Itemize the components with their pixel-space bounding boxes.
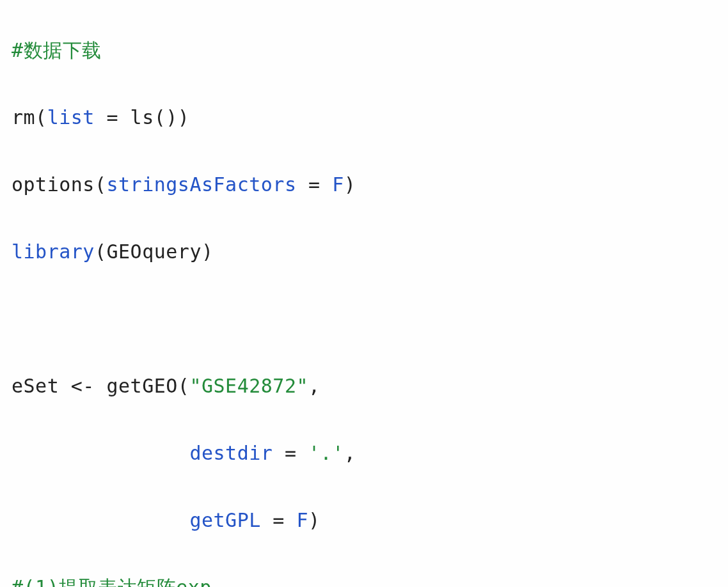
code-line: #数据下载 <box>12 34 716 68</box>
token: getGPL <box>189 509 260 531</box>
token: eSet <- getGEO( <box>12 375 189 397</box>
code-line: #(1)提取表达矩阵exp <box>12 571 716 588</box>
token: = ls()) <box>95 106 190 129</box>
token: list <box>47 106 95 129</box>
string-token: '.' <box>308 442 344 464</box>
code-block: #数据下载 rm(list = ls()) options(stringsAsF… <box>0 0 728 587</box>
string-token: "GSE42872" <box>189 375 308 397</box>
code-line: destdir = '.', <box>12 437 716 471</box>
code-line: eSet <- getGEO("GSE42872", <box>12 370 716 403</box>
token: F <box>332 173 344 196</box>
token: rm( <box>12 106 47 129</box>
indent <box>12 442 189 464</box>
indent <box>12 509 189 531</box>
token: ) <box>308 509 320 531</box>
token: options( <box>12 173 107 196</box>
code-line: getGPL = F) <box>12 504 716 538</box>
comment: #数据下载 <box>12 39 102 61</box>
token: = <box>273 442 308 464</box>
blank-line <box>12 302 716 336</box>
code-line: options(stringsAsFactors = F) <box>12 168 716 202</box>
code-line: library(GEOquery) <box>12 235 716 269</box>
token: stringsAsFactors <box>107 173 297 196</box>
comment: #(1)提取表达矩阵exp <box>12 576 212 588</box>
token: , <box>344 442 356 464</box>
token: (GEOquery) <box>95 240 214 263</box>
token: = <box>261 509 297 531</box>
token: ) <box>344 173 356 196</box>
token: library <box>12 240 95 263</box>
code-line: rm(list = ls()) <box>12 101 716 135</box>
token: destdir <box>189 442 273 464</box>
token: F <box>297 509 309 531</box>
token: , <box>308 375 320 397</box>
token: = <box>296 173 332 196</box>
